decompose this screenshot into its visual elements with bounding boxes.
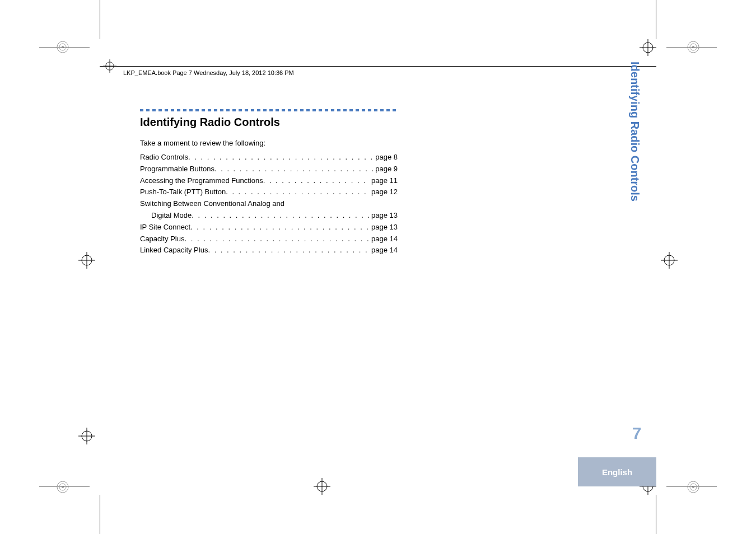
language-label: English (602, 467, 632, 477)
page-number-box: 7 (617, 425, 656, 457)
crop-mark (100, 0, 100, 39)
toc-leader-dots (192, 210, 369, 222)
toc-leader-dots (226, 186, 369, 198)
toc-leader-dots (188, 152, 373, 163)
toc-entry: Capacity Pluspage 14 (140, 233, 398, 245)
svg-point-8 (62, 486, 64, 488)
crosshair-icon (314, 478, 330, 495)
toc-label: Switching Between Conventional Analog an… (140, 198, 284, 210)
section-intro: Take a moment to review the following: (140, 139, 398, 147)
running-header: LKP_EMEA.book Page 7 Wednesday, July 18,… (123, 69, 294, 76)
language-box: English (578, 457, 656, 486)
toc-entry: Push-To-Talk (PTT) Buttonpage 12 (140, 186, 398, 198)
toc-entry: Switching Between Conventional Analog an… (140, 198, 398, 210)
svg-point-11 (692, 486, 694, 488)
toc-page: page 13 (369, 210, 398, 222)
registration-mark-icon (687, 40, 700, 54)
toc-label: Programmable Buttons (140, 163, 214, 175)
toc-label: Capacity Plus (140, 233, 184, 245)
content-area: Identifying Radio Controls Take a moment… (140, 109, 398, 256)
toc-page: page 9 (373, 163, 398, 175)
crop-mark (100, 495, 100, 534)
toc-page: page 14 (369, 245, 398, 256)
crosshair-icon (661, 252, 678, 269)
crosshair-icon (78, 428, 95, 444)
toc-page: page 12 (369, 186, 398, 198)
sidebar-section-title: Identifying Radio Controls (628, 62, 641, 202)
toc-entry: Digital Modepage 13 (140, 210, 398, 222)
page-number: 7 (617, 425, 656, 442)
toc-label: Push-To-Talk (PTT) Button (140, 186, 226, 198)
toc-entry: Accessing the Programmed Functionspage 1… (140, 175, 398, 187)
header-rule (100, 66, 656, 67)
section-divider (140, 109, 398, 111)
crosshair-icon (78, 252, 95, 269)
registration-mark-icon (56, 40, 69, 54)
toc-page: page 13 (369, 222, 398, 233)
svg-point-2 (62, 46, 64, 48)
svg-point-5 (692, 46, 694, 48)
toc-entry: Programmable Buttonspage 9 (140, 163, 398, 175)
toc-label: Radio Controls (140, 152, 188, 163)
toc-label: Digital Mode (151, 210, 192, 222)
toc-entry: Radio Controlspage 8 (140, 152, 398, 163)
toc-leader-dots (214, 163, 373, 175)
toc-leader-dots (263, 175, 369, 187)
toc-label: Linked Capacity Plus (140, 245, 208, 256)
toc-entry: IP Site Connectpage 13 (140, 222, 398, 233)
toc-page: page 14 (369, 233, 398, 245)
table-of-contents: Radio Controlspage 8Programmable Buttons… (140, 152, 398, 256)
crosshair-icon (640, 39, 656, 56)
toc-page: page 11 (369, 175, 398, 187)
crop-mark (656, 0, 656, 39)
toc-leader-dots (208, 245, 369, 256)
toc-label: IP Site Connect (140, 222, 190, 233)
registration-mark-icon (56, 480, 69, 494)
toc-label: Accessing the Programmed Functions (140, 175, 263, 187)
crosshair-icon (103, 59, 116, 73)
toc-entry: Linked Capacity Pluspage 14 (140, 245, 398, 256)
registration-mark-icon (687, 480, 700, 494)
crop-mark (656, 495, 656, 534)
section-title: Identifying Radio Controls (140, 116, 398, 129)
toc-leader-dots (184, 233, 369, 245)
toc-page: page 8 (373, 152, 398, 163)
toc-leader-dots (190, 222, 369, 233)
